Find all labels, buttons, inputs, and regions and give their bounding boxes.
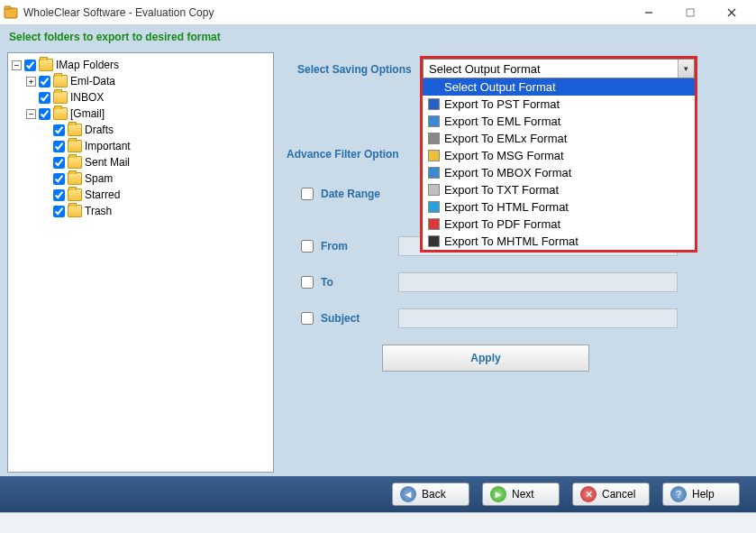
cancel-button[interactable]: ✕ Cancel [572, 482, 650, 506]
subject-input[interactable] [398, 308, 678, 328]
combo-item[interactable]: Select Output Format [423, 78, 695, 96]
collapse-icon[interactable]: − [12, 60, 22, 70]
combo-item[interactable]: Export To EMLx Format [423, 130, 695, 147]
collapse-icon[interactable]: − [26, 109, 36, 119]
options-panel: Select Saving Options Select Output Form… [283, 52, 749, 487]
mbox-icon [426, 167, 441, 179]
combo-list: Select Output FormatExport To PST Format… [423, 78, 695, 250]
svg-rect-1 [5, 6, 11, 9]
tree-checkbox[interactable] [53, 189, 65, 201]
folder-icon [68, 156, 82, 169]
tree-label: Starred [85, 188, 120, 201]
back-icon: ◄ [400, 486, 416, 502]
back-button[interactable]: ◄ Back [392, 482, 469, 506]
maximize-button[interactable] [669, 0, 711, 25]
combo-item[interactable]: Export To MHTML Format [423, 233, 695, 250]
next-icon: ► [490, 486, 506, 502]
to-checkbox[interactable] [301, 276, 314, 289]
pdf-icon [426, 218, 441, 231]
tree-node[interactable]: Drafts [12, 122, 269, 138]
tree-checkbox[interactable] [39, 92, 50, 104]
tree-node[interactable]: Sent Mail [12, 154, 269, 170]
close-button[interactable] [711, 0, 752, 25]
expand-icon[interactable]: + [26, 77, 36, 87]
back-label: Back [422, 488, 446, 501]
main-area: −IMap Folders+Eml-DataINBOX−[Gmail]Draft… [0, 49, 756, 491]
tree-node[interactable]: −[Gmail] [12, 106, 269, 122]
next-button[interactable]: ► Next [482, 482, 560, 506]
mhtml-icon [426, 235, 441, 248]
subject-checkbox[interactable] [301, 312, 314, 325]
tree-node[interactable]: +Eml-Data [12, 73, 269, 89]
help-button[interactable]: ? Help [662, 482, 740, 506]
combo-item-label: Export To PST Format [444, 97, 560, 111]
tree-checkbox[interactable] [53, 124, 65, 136]
from-checkbox[interactable] [301, 240, 314, 253]
blank-icon [426, 81, 441, 94]
to-input[interactable] [398, 272, 678, 292]
window-title: WholeClear Software - Evaluation Copy [23, 6, 628, 19]
saving-options-label: Select Saving Options [297, 63, 424, 76]
date-range-checkbox[interactable] [301, 188, 314, 200]
folder-icon [68, 205, 82, 217]
combo-item-label: Export To PDF Format [444, 217, 560, 231]
tree-label: Drafts [85, 124, 114, 136]
cancel-icon: ✕ [580, 486, 597, 502]
combo-item[interactable]: Export To MBOX Format [423, 164, 695, 181]
combo-item[interactable]: Export To MSG Format [423, 147, 695, 164]
folder-icon [53, 91, 68, 104]
tree-node[interactable]: Trash [12, 203, 269, 219]
combo-item[interactable]: Export To HTML Format [423, 198, 695, 216]
folder-icon [68, 140, 82, 152]
next-label: Next [512, 488, 534, 501]
tree-node[interactable]: Important [12, 138, 269, 154]
chevron-down-icon[interactable]: ▾ [678, 60, 694, 78]
tree-node[interactable]: −IMap Folders [12, 57, 269, 73]
folder-icon [68, 172, 82, 185]
tree-label: Eml-Data [70, 75, 115, 87]
apply-button[interactable]: Apply [382, 345, 589, 372]
svg-rect-0 [5, 8, 17, 18]
instruction-text: Select folders to export to desired form… [0, 25, 756, 49]
tree-checkbox[interactable] [53, 157, 65, 169]
folder-icon [68, 124, 82, 136]
tree-checkbox[interactable] [39, 76, 50, 87]
combo-item-label: Export To MHTML Format [444, 234, 578, 248]
tree-node[interactable]: INBOX [12, 89, 269, 106]
combo-item-label: Export To EMLx Format [444, 132, 567, 145]
eml-icon [426, 115, 441, 128]
combo-item-label: Export To EML Format [444, 115, 560, 128]
combo-item[interactable]: Export To TXT Format [423, 181, 695, 198]
combo-item-label: Export To HTML Format [444, 200, 569, 214]
folder-icon [53, 75, 68, 87]
tree-node[interactable]: Starred [12, 187, 269, 203]
output-format-dropdown[interactable]: Select Output Format ▾ Select Output For… [420, 56, 697, 253]
combo-item-label: Export To MSG Format [444, 149, 564, 162]
combo-item[interactable]: Export To PST Format [423, 96, 695, 113]
from-label: From [321, 240, 395, 253]
status-bar [0, 512, 756, 533]
tree-node[interactable]: Spam [12, 170, 269, 187]
combo-header[interactable]: Select Output Format ▾ [423, 59, 695, 78]
tree-label: [Gmail] [70, 107, 105, 120]
help-icon: ? [670, 486, 687, 502]
tree-checkbox[interactable] [24, 60, 36, 71]
minimize-button[interactable] [628, 0, 669, 25]
date-range-label: Date Range [321, 188, 380, 200]
tree-checkbox[interactable] [53, 173, 65, 185]
tree-checkbox[interactable] [39, 108, 50, 120]
folder-tree[interactable]: −IMap Folders+Eml-DataINBOX−[Gmail]Draft… [7, 52, 274, 473]
combo-item[interactable]: Export To PDF Format [423, 216, 695, 233]
tree-label: Trash [85, 205, 112, 217]
html-icon [426, 201, 441, 214]
tree-checkbox[interactable] [53, 141, 65, 152]
tree-label: IMap Folders [56, 59, 119, 71]
title-bar: WholeClear Software - Evaluation Copy [0, 0, 756, 25]
svg-rect-3 [687, 9, 694, 16]
cancel-label: Cancel [602, 488, 635, 501]
combo-item[interactable]: Export To EML Format [423, 113, 695, 130]
help-label: Help [692, 488, 715, 501]
tree-label: Sent Mail [85, 156, 130, 169]
tree-checkbox[interactable] [53, 206, 65, 217]
tree-label: INBOX [70, 91, 104, 104]
